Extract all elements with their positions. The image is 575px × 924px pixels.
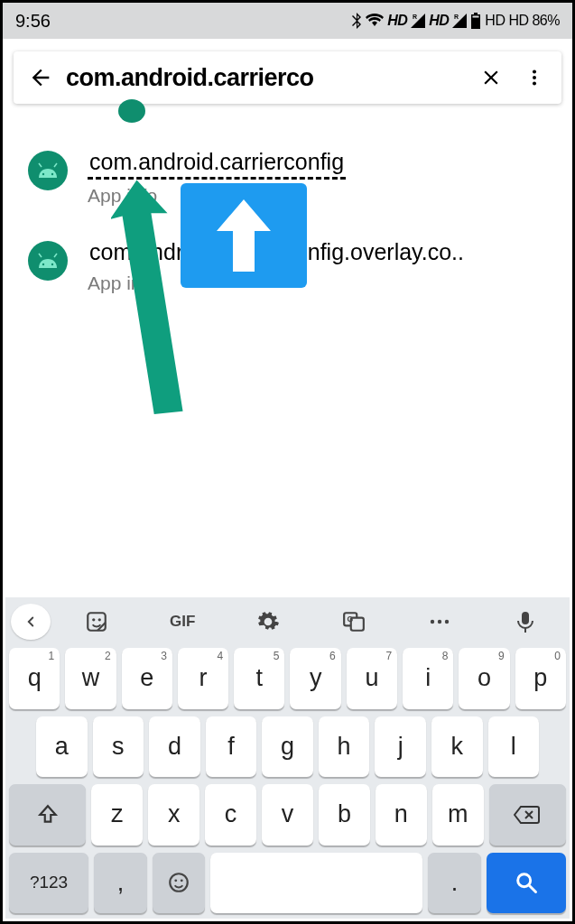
- key-q[interactable]: q1: [9, 648, 60, 709]
- keyboard-row-3: zxcvbnm: [9, 784, 566, 845]
- key-y[interactable]: y6: [290, 648, 340, 709]
- keyboard-row-2: asdfghjkl: [9, 716, 566, 778]
- gif-button[interactable]: GIF: [144, 604, 222, 640]
- svg-point-22: [438, 620, 441, 624]
- result-subtitle: App info: [88, 273, 560, 294]
- key-l[interactable]: l: [488, 716, 540, 778]
- battery-percent: HD HD 86%: [485, 13, 560, 29]
- translate-icon: G: [342, 610, 366, 633]
- search-input[interactable]: [66, 64, 466, 92]
- backspace-icon: [514, 805, 541, 825]
- back-button[interactable]: [23, 60, 59, 96]
- comma-key[interactable]: ,: [94, 853, 147, 914]
- svg-point-23: [445, 620, 449, 624]
- chevron-left-icon: [23, 614, 39, 630]
- svg-point-10: [42, 263, 44, 265]
- svg-point-27: [174, 880, 177, 882]
- period-key-label: .: [451, 869, 459, 897]
- android-app-icon: [28, 241, 68, 281]
- key-c[interactable]: c: [205, 784, 256, 845]
- svg-line-30: [529, 886, 535, 892]
- more-button[interactable]: [516, 60, 552, 96]
- keyboard: GIF G q1w2e3r4t5y6u7i8o9p0 asdfghjkl zxc…: [5, 597, 570, 919]
- key-e[interactable]: e3: [122, 648, 172, 709]
- search-bar: [14, 51, 561, 104]
- clear-button[interactable]: [473, 60, 509, 96]
- mic-icon: [515, 610, 535, 633]
- key-i[interactable]: i8: [403, 648, 453, 709]
- arrow-up-icon: [208, 190, 280, 281]
- keyboard-keys: q1w2e3r4t5y6u7i8o9p0 asdfghjkl zxcvbnm ?…: [5, 646, 570, 919]
- keyboard-toolbar: GIF G: [5, 597, 570, 646]
- key-s[interactable]: s: [93, 716, 144, 778]
- close-icon: [479, 66, 503, 89]
- svg-point-7: [51, 173, 53, 175]
- search-icon: [514, 870, 539, 895]
- svg-rect-2: [473, 16, 479, 18]
- key-v[interactable]: v: [262, 784, 313, 845]
- key-u[interactable]: u7: [347, 648, 397, 709]
- battery-icon: [470, 13, 481, 29]
- backspace-key[interactable]: [489, 784, 566, 845]
- dots-icon: [428, 617, 451, 626]
- svg-point-3: [533, 70, 536, 74]
- svg-point-28: [181, 880, 183, 882]
- key-w[interactable]: w2: [65, 648, 116, 709]
- space-key[interactable]: [210, 853, 422, 914]
- key-o[interactable]: o9: [459, 648, 509, 709]
- bluetooth-icon: [351, 13, 362, 29]
- status-time: 9:56: [15, 11, 51, 32]
- annotation-blue-arrow-box: [181, 183, 307, 288]
- key-p[interactable]: p0: [515, 648, 566, 709]
- android-app-icon: [28, 151, 68, 190]
- svg-text:R: R: [454, 14, 459, 20]
- key-z[interactable]: z: [91, 784, 143, 845]
- svg-point-5: [533, 81, 536, 85]
- shift-key[interactable]: [9, 784, 86, 845]
- result-title: com.android.carrierconfig: [88, 149, 346, 180]
- more-options-button[interactable]: [400, 604, 478, 640]
- svg-rect-15: [88, 613, 107, 631]
- svg-point-16: [93, 618, 96, 621]
- svg-line-13: [54, 254, 57, 257]
- key-a[interactable]: a: [36, 716, 88, 778]
- keyboard-collapse-button[interactable]: [11, 604, 51, 640]
- gif-label: GIF: [170, 613, 195, 631]
- status-bar: 9:56 HD R HD R HD HD 86%: [3, 3, 572, 39]
- translate-button[interactable]: G: [314, 604, 393, 640]
- key-n[interactable]: n: [376, 784, 427, 845]
- keyboard-row-4: ?123 , .: [9, 853, 566, 914]
- svg-line-9: [54, 163, 57, 167]
- numbers-key[interactable]: ?123: [9, 853, 88, 914]
- svg-text:R: R: [413, 14, 417, 20]
- emoji-key[interactable]: [153, 853, 206, 914]
- keyboard-row-1: q1w2e3r4t5y6u7i8o9p0: [9, 648, 566, 709]
- keyboard-settings-button[interactable]: [229, 604, 308, 640]
- wifi-icon: [366, 14, 384, 28]
- result-subtitle: App info: [88, 185, 560, 207]
- key-b[interactable]: b: [319, 784, 370, 845]
- signal-icon: R: [411, 14, 425, 28]
- svg-point-17: [98, 618, 101, 621]
- numbers-key-label: ?123: [30, 873, 68, 892]
- key-d[interactable]: d: [149, 716, 200, 778]
- sticker-icon: [85, 610, 108, 633]
- mic-button[interactable]: [486, 604, 564, 640]
- svg-point-11: [51, 263, 53, 265]
- arrow-left-icon: [28, 65, 53, 90]
- shift-icon: [36, 803, 60, 827]
- more-vert-icon: [524, 68, 544, 88]
- key-h[interactable]: h: [319, 716, 370, 778]
- period-key[interactable]: .: [428, 853, 481, 914]
- search-key[interactable]: [487, 853, 566, 914]
- key-f[interactable]: f: [206, 716, 257, 778]
- key-t[interactable]: t5: [234, 648, 284, 709]
- key-m[interactable]: m: [432, 784, 484, 845]
- key-r[interactable]: r4: [178, 648, 228, 709]
- comma-key-label: ,: [117, 869, 125, 897]
- key-k[interactable]: k: [431, 716, 483, 778]
- key-g[interactable]: g: [262, 716, 313, 778]
- sticker-button[interactable]: [58, 604, 136, 640]
- key-x[interactable]: x: [148, 784, 199, 845]
- key-j[interactable]: j: [375, 716, 426, 778]
